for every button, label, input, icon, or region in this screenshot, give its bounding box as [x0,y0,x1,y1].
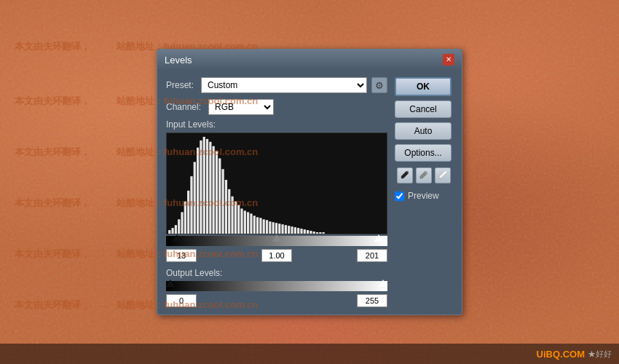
svg-rect-32 [266,220,268,234]
cancel-button[interactable]: Cancel [395,100,452,118]
svg-point-51 [406,171,409,173]
output-white-slider[interactable] [379,280,387,287]
svg-rect-35 [275,223,277,234]
svg-rect-15 [213,146,215,234]
eyedropper-gray-icon [419,170,429,181]
output-white-value[interactable] [357,294,387,307]
eyedropper-row [395,167,453,183]
svg-rect-43 [300,229,302,234]
eyedropper-gray-button[interactable] [416,167,432,183]
svg-rect-26 [247,212,249,234]
eyedropper-white-button[interactable] [435,167,451,183]
svg-rect-13 [206,139,208,234]
svg-rect-33 [269,221,271,234]
svg-rect-16 [216,151,218,234]
svg-rect-11 [200,141,202,234]
svg-rect-29 [256,217,259,234]
options-button[interactable]: Options... [395,144,452,162]
eyedropper-white-icon [438,170,448,181]
input-mid-value[interactable] [261,249,292,262]
gear-button[interactable]: ⚙ [371,77,387,93]
input-white-value[interactable] [357,249,387,262]
svg-rect-10 [197,148,199,234]
svg-rect-7 [187,191,189,234]
svg-rect-21 [231,197,233,234]
ok-button[interactable]: OK [395,77,452,96]
input-white-slider[interactable] [374,234,383,242]
output-black-value[interactable] [166,294,197,307]
svg-rect-47 [313,232,315,234]
channel-row: Channel: RGB Red Green Blue [166,99,387,115]
dialog-titlebar: Levels ✕ [157,50,462,70]
svg-rect-36 [278,223,280,234]
input-mid-slider[interactable] [272,234,281,242]
svg-rect-12 [203,137,205,234]
svg-rect-23 [237,205,240,234]
svg-rect-0 [167,133,387,234]
eyedropper-black-icon [400,170,410,181]
svg-rect-48 [316,232,318,234]
svg-rect-38 [285,225,287,234]
channel-select[interactable]: RGB Red Green Blue [208,99,274,115]
dialog-body: Preset: Custom ⚙ Channel: RGB Red Green [157,70,462,314]
svg-point-53 [444,171,446,173]
dialog-left-panel: Preset: Custom ⚙ Channel: RGB Red Green [166,77,387,307]
svg-rect-5 [181,212,183,234]
histogram-container [166,132,387,234]
svg-rect-20 [228,189,230,234]
eyedropper-black-button[interactable] [397,167,413,183]
svg-rect-44 [304,229,306,234]
dialog-title: Levels [165,55,192,66]
svg-rect-28 [253,215,256,234]
output-slider-bar [166,281,387,291]
dialog-overlay: Levels ✕ Preset: Custom ⚙ [0,0,619,364]
svg-rect-39 [288,226,290,234]
svg-rect-2 [171,228,173,234]
preview-label: Preview [408,191,439,201]
svg-rect-8 [190,176,192,234]
svg-rect-27 [250,213,252,234]
preset-select[interactable]: Custom [201,77,367,93]
svg-rect-34 [272,222,275,234]
close-button[interactable]: ✕ [443,54,454,66]
svg-rect-25 [244,210,246,234]
svg-rect-9 [194,162,196,234]
svg-rect-1 [168,230,170,234]
input-values-row [166,249,387,262]
input-black-slider[interactable] [173,234,181,242]
svg-rect-24 [240,209,243,234]
svg-rect-14 [209,142,211,234]
svg-rect-30 [259,218,261,234]
preview-checkbox[interactable] [395,191,404,201]
input-slider-bar [166,236,387,246]
auto-button[interactable]: Auto [395,122,452,140]
svg-rect-45 [307,230,309,234]
input-black-value[interactable] [166,249,197,262]
svg-rect-19 [225,180,227,234]
svg-rect-22 [234,202,237,234]
svg-rect-18 [222,169,224,234]
histogram-svg [167,133,387,234]
output-values-row [166,294,387,307]
svg-rect-17 [218,159,221,234]
levels-dialog: Levels ✕ Preset: Custom ⚙ [157,49,462,315]
svg-rect-6 [184,202,186,234]
preset-row: Preset: Custom ⚙ [166,77,387,93]
dialog-right-panel: OK Cancel Auto Options... [395,77,453,307]
svg-rect-46 [310,231,312,234]
svg-rect-50 [323,232,325,234]
bottom-sub: ★好好 [588,349,612,360]
close-icon: ✕ [446,56,452,63]
bottom-logo: UiBQ.COM [537,349,585,360]
preset-label: Preset: [166,80,197,90]
svg-rect-4 [178,219,180,234]
svg-rect-31 [263,219,265,234]
bottom-bar: UiBQ.COM ★好好 [0,344,619,364]
input-levels-label: Input Levels: [166,119,387,130]
svg-rect-49 [319,232,321,234]
gear-icon: ⚙ [375,80,384,91]
output-black-slider[interactable] [166,280,175,287]
output-levels-label: Output Levels: [166,268,387,278]
svg-point-52 [425,171,427,173]
svg-rect-42 [297,228,299,234]
